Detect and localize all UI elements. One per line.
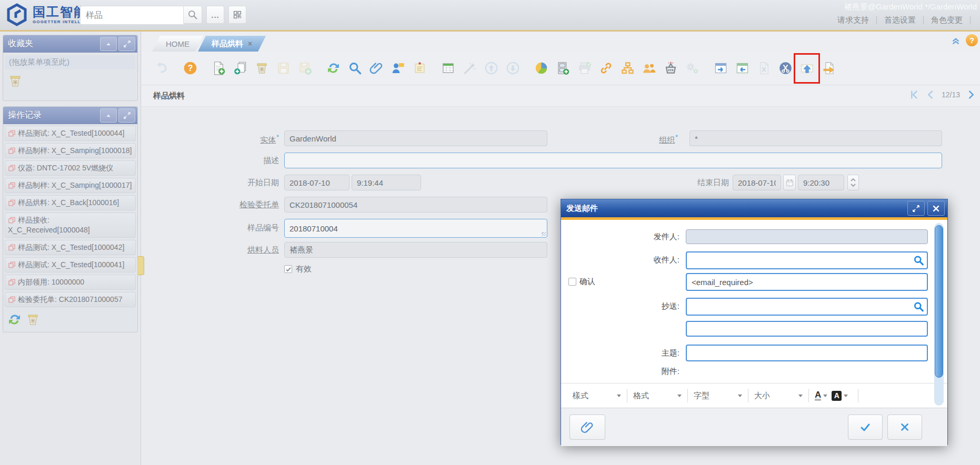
extra-input[interactable] [687, 322, 927, 336]
dialog-scrollbar-track[interactable] [934, 223, 944, 406]
toolbar-send-email-button[interactable] [798, 59, 815, 78]
editor-dropdown-1[interactable]: 樣式 [573, 391, 621, 401]
calendar-button[interactable] [783, 175, 796, 190]
toolbar-import-window-button[interactable] [734, 59, 751, 78]
first-record-icon[interactable] [908, 89, 919, 100]
baking-person-label[interactable]: 烘料人员 [200, 245, 279, 255]
start-date-input [285, 175, 349, 190]
toolbar-group: ? [182, 59, 198, 78]
app-root: 国工智能 GOGETTER INTELLIGENCE ... 褚燕景@Garde… [0, 0, 980, 465]
start-time-field [352, 175, 421, 190]
history-trash-icon[interactable] [26, 312, 40, 327]
next-record-icon[interactable] [965, 89, 977, 100]
cc-input[interactable] [687, 299, 927, 315]
toolbar-request-link-button[interactable] [597, 59, 614, 78]
history-panel: 操作记录 样品测试: X_C_Tested[1000044]样品制样: X_C_… [3, 106, 138, 332]
toolbar-workflow-button[interactable] [619, 59, 636, 78]
toolbar-grid-toggle-button[interactable] [439, 59, 456, 78]
history-collapse-button[interactable] [100, 108, 117, 123]
favorites-trash-icon[interactable] [7, 73, 23, 89]
dialog-titlebar[interactable]: 发送邮件 [561, 199, 947, 217]
header-link-1[interactable]: 请求支持 [830, 15, 876, 25]
history-item[interactable]: 样品接收: X_C_Received[1000048] [5, 213, 136, 238]
toolbar-delete-record-button[interactable] [253, 59, 270, 78]
toolbar-new-record-button[interactable] [210, 59, 227, 78]
favorites-expand-button[interactable] [118, 37, 135, 51]
time-spinner[interactable] [847, 175, 859, 190]
history-item[interactable]: 样品制样: X_C_Samping[1000017] [5, 178, 136, 193]
dialog-title: 发送邮件 [566, 204, 907, 214]
toolbar-copy-record-button[interactable] [232, 59, 248, 78]
dialog-scrollbar-thumb[interactable] [935, 225, 943, 378]
global-search-button[interactable] [183, 6, 202, 24]
editor-dropdown-2[interactable]: 格式 [633, 391, 682, 401]
qr-code-button[interactable] [228, 6, 246, 24]
history-item[interactable]: 样品测试: X_C_Tested[1000044] [5, 126, 136, 141]
toolbar-find-button[interactable] [346, 59, 363, 78]
history-item[interactable]: 检验委托单: CK2018071000057 [5, 292, 136, 307]
history-item[interactable]: 样品烘料: X_C_Back[1000016] [5, 195, 136, 210]
confirm-send-button[interactable] [848, 415, 883, 440]
magnifier-icon [187, 9, 198, 20]
cancel-button[interactable] [887, 415, 922, 440]
editor-dropdown-3[interactable]: 字型 [694, 391, 742, 401]
workflow-icon [621, 61, 635, 75]
editor-dropdown-4[interactable]: 大小 [754, 391, 803, 401]
header-link-2[interactable]: 首选设置 [877, 15, 923, 25]
email-input[interactable] [687, 274, 927, 290]
toolbar-chat-button[interactable] [389, 59, 406, 78]
toolbar-csv-scissors-button[interactable] [777, 59, 794, 78]
favorites-panel: 收藏夹 (拖放菜单项至此) [3, 35, 138, 101]
end-date-input [733, 175, 781, 190]
toolbar-export-document-button[interactable] [820, 59, 837, 78]
active-checkbox[interactable] [284, 265, 292, 273]
dialog-close-button[interactable] [927, 201, 945, 216]
dialog-maximize-button[interactable] [907, 201, 925, 216]
inspection-order-label[interactable]: 检验委托单 [200, 200, 279, 210]
subject-input[interactable] [687, 346, 927, 360]
favorites-collapse-button[interactable] [100, 37, 117, 51]
tab-active-document[interactable]: 样品烘料× [198, 36, 266, 52]
text-color-button[interactable]: A [815, 391, 827, 401]
collapse-panel-chevrons-icon[interactable] [950, 35, 962, 46]
contact-search-icon[interactable] [913, 255, 924, 266]
search-more-button[interactable]: ... [206, 6, 224, 24]
export-window-icon [714, 61, 728, 75]
description-input[interactable] [285, 153, 942, 168]
toolbar-archive-button[interactable] [554, 59, 571, 78]
history-item[interactable]: 仪器: DNTC-17002 5V燃烧仪 [5, 160, 136, 176]
entity-label[interactable]: 实体* [200, 134, 279, 145]
history-item[interactable]: 内部领用: 10000000 [5, 275, 136, 290]
history-refresh-icon[interactable] [7, 312, 22, 327]
toolbar-product-info-button[interactable] [662, 59, 679, 78]
editor-dropdown-label: 格式 [633, 391, 677, 401]
org-label[interactable]: 组织* [605, 134, 678, 145]
history-item[interactable]: 样品制样: X_C_Samping[1000018] [5, 143, 136, 158]
left-sidebar: 收藏夹 (拖放菜单项至此) 操作记录 样品测试: X_C_Tested[1000… [0, 32, 141, 465]
window-help-button[interactable]: ? [966, 34, 978, 46]
resize-handle[interactable] [542, 232, 546, 236]
history-expand-button[interactable] [118, 108, 135, 123]
toolbar-attachment-button[interactable] [368, 59, 385, 78]
previous-record-icon[interactable] [925, 89, 936, 100]
toolbar-export-window-button[interactable] [712, 59, 729, 78]
toolbar-note-button[interactable] [411, 59, 428, 78]
attach-file-button[interactable] [569, 415, 605, 440]
global-search-input[interactable] [81, 6, 184, 24]
sample-no-input[interactable] [285, 219, 547, 237]
to-input[interactable] [687, 252, 927, 268]
history-item[interactable]: 样品测试: X_C_Tested[1000041] [5, 257, 136, 272]
sample-no-label: 样品编号 [200, 223, 279, 233]
ack-checkbox[interactable] [568, 278, 576, 286]
contact-search-icon[interactable] [913, 301, 924, 312]
bg-color-button[interactable]: A [832, 391, 848, 401]
tab-home[interactable]: HOME [152, 36, 203, 52]
toolbar-share-users-button[interactable] [641, 59, 657, 78]
toolbar-refresh-button[interactable] [325, 59, 342, 78]
header-link-3[interactable]: 角色变更 [924, 15, 970, 25]
qr-code-icon [233, 10, 242, 19]
history-item[interactable]: 样品测试: X_C_Tested[1000042] [5, 240, 136, 255]
toolbar-chart-button[interactable] [533, 59, 549, 78]
tab-close-icon[interactable]: × [248, 39, 252, 48]
toolbar-help-button[interactable]: ? [182, 59, 198, 78]
